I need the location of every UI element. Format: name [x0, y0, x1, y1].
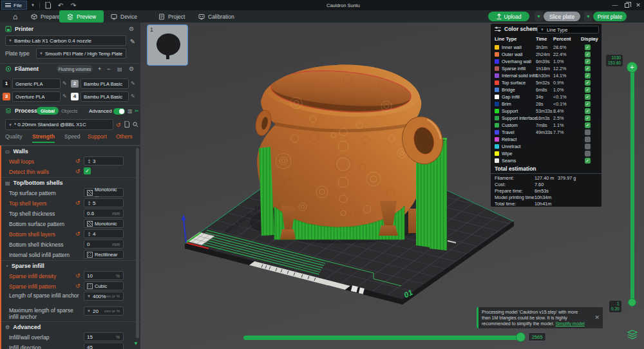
- slice-plate-button[interactable]: Slice plate: [544, 12, 580, 21]
- display-checkbox[interactable]: [585, 144, 591, 149]
- file-menu-button[interactable]: File: [1, 1, 27, 10]
- setting-input[interactable]: Rectilinear: [84, 250, 124, 259]
- scroll-down-icon[interactable]: ▼: [133, 341, 138, 346]
- panel-scrollbar[interactable]: [136, 148, 139, 338]
- setting-input[interactable]: ▲▼4: [84, 229, 124, 238]
- save-icon[interactable]: [43, 0, 53, 10]
- setting-input[interactable]: 0mm: [84, 240, 124, 249]
- setting-input[interactable]: 15%: [84, 332, 124, 341]
- ams-icon[interactable]: ▤: [117, 66, 122, 72]
- undo-icon[interactable]: ↶: [55, 0, 66, 10]
- setting-input[interactable]: Monotonic ...: [84, 188, 124, 197]
- filament-name-field[interactable]: Bambu PLA Basic: [80, 91, 129, 102]
- printer-edit-icon[interactable]: ✎: [128, 36, 137, 46]
- filament-name-field[interactable]: Bambu PLA Basic: [80, 79, 129, 89]
- display-checkbox[interactable]: ✓: [585, 73, 591, 79]
- print-plate-button[interactable]: Print plate: [593, 12, 627, 21]
- add-filament-button[interactable]: +: [98, 66, 101, 72]
- setting-input[interactable]: ▲▼5: [84, 198, 124, 207]
- display-checkbox[interactable]: ✓: [585, 59, 591, 64]
- setting-input[interactable]: 45: [84, 343, 124, 349]
- display-checkbox[interactable]: [585, 151, 591, 156]
- display-checkbox[interactable]: ✓: [585, 108, 591, 114]
- filament-settings-icon[interactable]: ⚙: [129, 66, 134, 72]
- display-checkbox[interactable]: ✓: [585, 80, 591, 86]
- filament-edit-icon[interactable]: ✎: [62, 80, 67, 86]
- checkbox[interactable]: ✓: [84, 167, 91, 174]
- reset-icon[interactable]: ↺: [75, 200, 80, 206]
- setting-input[interactable]: ▲▼3: [84, 156, 124, 165]
- plate-thumbnail[interactable]: 1: [147, 24, 188, 66]
- reset-icon[interactable]: ↺: [75, 158, 80, 164]
- settings-section-sparse-infill[interactable]: ◔Sparse infill: [0, 260, 140, 271]
- filament-slot-badge[interactable]: 1: [3, 80, 10, 88]
- plate-type-select[interactable]: ▼Smooth PEI Plate / High Temp Plate: [36, 48, 126, 59]
- line-type-dropdown[interactable]: ▼Line Type: [537, 26, 599, 33]
- tab-device[interactable]: Device: [111, 10, 137, 23]
- restore-button[interactable]: [621, 0, 632, 10]
- remove-filament-button[interactable]: −: [107, 66, 110, 72]
- printer-settings-icon[interactable]: ⚙: [129, 26, 134, 32]
- upload-button[interactable]: Upload: [488, 12, 529, 21]
- process-tab-support[interactable]: Support: [88, 133, 107, 140]
- close-button[interactable]: ✕: [632, 0, 644, 10]
- display-checkbox[interactable]: [585, 137, 591, 142]
- setting-input[interactable]: Cubic: [84, 281, 124, 290]
- process-objects-toggle[interactable]: Objects: [61, 108, 77, 114]
- move-slider-handle[interactable]: [516, 332, 526, 342]
- setting-input[interactable]: ▼20mm or %: [84, 307, 124, 316]
- tab-prepare[interactable]: Prepare: [31, 10, 60, 23]
- layer-slider-top-handle[interactable]: +: [627, 62, 638, 73]
- reset-icon[interactable]: ↺: [75, 272, 80, 279]
- filament-slot-badge[interactable]: 2: [71, 80, 79, 88]
- process-tab-quality[interactable]: Quality: [5, 133, 22, 140]
- preset-search-icon[interactable]: [131, 119, 140, 129]
- settings-section-advanced[interactable]: ⚙Advanced: [0, 321, 140, 332]
- tab-calibration[interactable]: Calibration: [198, 10, 234, 23]
- display-checkbox[interactable]: ✓: [585, 122, 591, 128]
- preset-reset-icon[interactable]: ↺: [116, 122, 121, 128]
- settings-section-walls[interactable]: ▭Walls: [0, 146, 140, 156]
- flushing-volumes-button[interactable]: Flushing volumes: [57, 65, 93, 73]
- display-checkbox[interactable]: ✓: [585, 94, 591, 100]
- process-tab-strength[interactable]: Strength: [32, 133, 55, 143]
- filament-edit-icon[interactable]: ✎: [131, 80, 135, 86]
- reset-icon[interactable]: ↺: [75, 168, 80, 174]
- preset-select[interactable]: ▼* 0.20mm Standard @BBL X1C: [5, 119, 113, 130]
- reset-icon[interactable]: ↺: [75, 283, 80, 289]
- minimize-button[interactable]: —: [609, 0, 621, 10]
- display-checkbox[interactable]: ✓: [585, 158, 591, 164]
- setting-input[interactable]: 10%: [84, 271, 124, 280]
- cauldron-model[interactable]: [254, 58, 424, 236]
- tab-preview[interactable]: Preview: [59, 10, 104, 23]
- display-checkbox[interactable]: ✓: [585, 66, 591, 71]
- preset-save-icon[interactable]: [122, 119, 131, 129]
- slice-dropdown-chevron[interactable]: ▼: [535, 12, 543, 21]
- filament-name-field[interactable]: Generic PLA: [12, 79, 61, 89]
- file-chevron-icon[interactable]: ▼: [28, 0, 37, 10]
- display-checkbox[interactable]: ✓: [585, 52, 591, 57]
- print-dropdown-chevron[interactable]: ▼: [584, 12, 592, 21]
- tab-project[interactable]: Project: [158, 10, 185, 23]
- process-tab-speed[interactable]: Speed: [64, 133, 80, 140]
- reset-icon[interactable]: ↺: [75, 231, 80, 237]
- home-icon[interactable]: ⌂: [13, 10, 17, 23]
- move-slider-track[interactable]: [243, 335, 522, 340]
- display-checkbox[interactable]: ✓: [585, 87, 591, 93]
- filament-name-field[interactable]: Overture PLA: [12, 91, 61, 102]
- setting-input[interactable]: 0.6mm: [84, 209, 124, 218]
- layers-icon[interactable]: [627, 330, 638, 339]
- setting-input[interactable]: ▼400%mm or %: [84, 292, 124, 301]
- display-checkbox[interactable]: ✓: [585, 101, 591, 107]
- compare-icon[interactable]: ▥: [128, 108, 133, 114]
- advanced-toggle[interactable]: [113, 108, 125, 115]
- viewport-3d[interactable]: High Temp Plate 01: [140, 23, 644, 349]
- filament-slot-badge[interactable]: 3: [3, 93, 10, 100]
- printer-select[interactable]: ▼Bambu Lab X1 Carbon 0.4 nozzle: [5, 35, 126, 46]
- process-global-toggle[interactable]: Global: [37, 107, 59, 115]
- filament-edit-icon[interactable]: ✎: [62, 93, 67, 99]
- filament-edit-icon[interactable]: ✎: [131, 93, 135, 99]
- redo-icon[interactable]: ↷: [68, 0, 79, 10]
- display-checkbox[interactable]: ✓: [585, 44, 591, 50]
- process-tab-others[interactable]: Others: [116, 133, 133, 140]
